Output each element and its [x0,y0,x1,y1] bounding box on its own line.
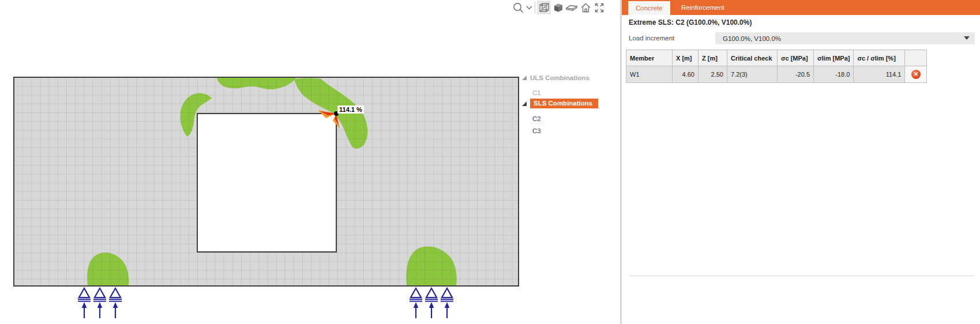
tab-reinforcement[interactable]: Reinforcement [674,0,732,15]
wall-opening [197,114,336,252]
reaction-arrows-left [82,302,118,308]
tree-expand-icon[interactable] [522,101,527,106]
load-increment-label: Load increment [629,35,674,42]
zoom-dropdown-chevron-icon[interactable] [525,1,533,14]
model-canvas[interactable]: 114.1 % [0,0,621,324]
panel-divider-line [629,276,975,276]
cell-ratio: 114.1 [854,66,905,83]
col-header-sigma-c[interactable]: σc [MPa] [778,50,814,66]
cell-sigma-lim: -18.0 [814,66,854,83]
wireframe-view-icon[interactable] [537,1,551,14]
col-header-sigma-lim[interactable]: σlim [MPa] [814,50,854,66]
view-toolbar [511,1,606,14]
col-header-status [905,50,927,66]
cell-sigma-c: -20.5 [778,66,814,83]
cell-z: 2.50 [699,66,727,83]
check-results-overlay [14,78,518,285]
cell-member: W1 [626,66,673,83]
col-header-critical-check[interactable]: Critical check [727,50,778,66]
col-header-ratio[interactable]: σc / σlim [%] [854,50,905,66]
load-increment-select[interactable]: G100.0%, V100.0% [715,32,975,44]
tree-expand-icon[interactable] [522,76,527,80]
results-table-header-row: Member X [m] Z [m] Critical check σc [MP… [626,50,927,66]
col-header-member[interactable]: Member [626,50,673,66]
extreme-result-title: Extreme SLS: C2 (G100.0%, V100.0%) [629,18,752,27]
critical-value-flag: 114.1 % [337,106,364,114]
support-group-right [408,286,456,319]
toolbar-separator [535,2,535,13]
slab-view-icon[interactable] [565,1,579,14]
tree-item-sls-combinations[interactable]: SLS Combinations [522,98,598,109]
cell-status: ✕ [905,66,927,83]
fit-to-screen-icon[interactable] [592,1,606,14]
solid-view-icon[interactable] [551,1,565,14]
home-view-icon[interactable] [579,1,592,14]
tree-item-c2[interactable]: C2 [532,113,541,124]
tree-item-uls-combinations[interactable]: ULS Combinations [522,72,589,83]
support-group-left [76,286,125,319]
results-tabbar: Concrete Reinforcement [622,0,980,15]
results-table: Member X [m] Z [m] Critical check σc [MP… [626,50,927,83]
tab-concrete[interactable]: Concrete [628,1,670,15]
check-failed-icon: ✕ [911,70,921,79]
cell-x: 4.60 [673,66,699,83]
col-header-x[interactable]: X [m] [673,50,699,66]
col-header-z[interactable]: Z [m] [699,50,727,66]
tree-item-c3[interactable]: C3 [532,125,541,136]
load-increment-value: G100.0%, V100.0% [723,35,781,42]
zoom-icon[interactable] [511,1,525,14]
table-row[interactable]: W1 4.60 2.50 7.2(3) -20.5 -18.0 114.1 ✕ [626,66,927,83]
results-panel: Concrete Reinforcement Extreme SLS: C2 (… [622,0,980,324]
tree-item-c1[interactable]: C1 [532,87,541,98]
wall-member[interactable] [13,77,519,287]
cell-critical-check: 7.2(3) [727,66,778,83]
reaction-arrows-right [414,302,450,308]
chevron-down-icon [964,36,970,40]
